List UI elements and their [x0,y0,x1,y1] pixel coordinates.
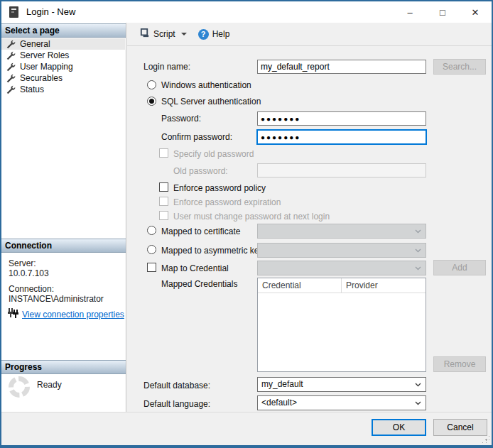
password-label: Password: [161,114,201,124]
script-label: Script [153,29,175,39]
enforce-password-policy-label: Enforce password policy [173,183,266,193]
progress-header: Progress [1,360,126,374]
wrench-icon [6,51,16,60]
sidebar-item-label: General [20,39,50,49]
chevron-down-icon [415,383,421,387]
login-name-input[interactable] [257,60,426,74]
connection-header: Connection [1,239,126,253]
enforce-password-expiration-label: Enforce password expiration [173,197,281,207]
sql-server-authentication-radio[interactable] [147,97,156,106]
search-button[interactable]: Search... [433,59,486,75]
sidebar: Select a page General Server Roles User … [1,23,126,412]
login-dialog-icon [9,6,18,18]
connection-label: Connection: [9,284,54,294]
enforce-password-expiration-checkbox[interactable] [159,197,168,206]
old-password-label: Old password: [173,166,228,176]
wrench-icon [6,62,16,72]
sidebar-item-label: Server Roles [20,50,69,60]
chevron-down-icon [415,266,421,271]
sidebar-item-status[interactable]: Status [1,84,125,95]
old-password-input[interactable] [257,163,426,177]
password-input[interactable] [257,111,426,126]
default-database-label: Default database: [143,381,210,390]
chevron-down-icon [415,248,421,253]
maximize-button[interactable]: □ [426,1,459,23]
confirm-password-label: Confirm password: [161,132,232,142]
ok-button[interactable]: OK [372,419,426,436]
credential-combo[interactable] [257,261,426,275]
wrench-icon [6,40,16,49]
server-label: Server: [9,258,36,268]
default-language-label: Default language: [143,399,210,409]
sidebar-item-label: Status [20,84,44,94]
server-value: 10.0.7.103 [9,268,49,278]
chevron-down-icon [181,33,187,35]
certificate-combo[interactable] [257,224,426,239]
window-title: Login - New [26,1,75,23]
sidebar-item-user-mapping[interactable]: User Mapping [1,61,125,72]
add-button[interactable]: Add [433,260,486,275]
remove-button[interactable]: Remove [433,356,486,372]
table-header-row: Credential Provider [258,278,426,293]
sidebar-item-securables[interactable]: Securables [1,72,125,84]
sidebar-item-label: Securables [20,73,63,83]
minimize-button[interactable]: – [394,1,426,23]
map-to-credential-label: Map to Credential [161,263,229,273]
login-new-dialog: Login - New – □ ✕ Select a page General … [0,0,493,448]
connection-value: INSTANCE\Administrator [9,294,104,304]
wrench-icon [6,85,16,94]
view-connection-properties-link[interactable]: View connection properties [22,310,124,319]
footer: OK Cancel [1,412,492,445]
default-database-combo[interactable]: my_default [257,377,426,392]
main-panel: Script ? Help Login name: Search... Wind… [127,23,492,412]
asymmetric-key-combo[interactable] [257,243,426,258]
windows-authentication-radio[interactable] [147,80,156,89]
mapped-credentials-label: Mapped Credentials [161,279,237,289]
mapped-to-asymmetric-key-radio[interactable] [147,245,156,254]
mapped-to-asymmetric-key-label: Mapped to asymmetric key [161,246,263,256]
script-icon [139,28,150,40]
help-icon: ? [198,29,209,40]
help-button[interactable]: ? Help [195,27,233,42]
default-database-value: my_default [261,379,303,389]
progress-spinner [9,376,30,398]
column-header-provider[interactable]: Provider [342,278,426,293]
default-language-combo[interactable]: <default> [257,395,426,410]
sql-server-authentication-label: SQL Server authentication [161,97,261,106]
progress-status: Ready [37,380,62,390]
page-list: General Server Roles User Mapping Secura… [1,38,125,95]
titlebar: Login - New – □ ✕ [1,1,492,23]
specify-old-password-checkbox[interactable] [159,148,168,158]
confirm-password-input[interactable] [256,129,427,145]
mapped-to-certificate-label: Mapped to certificate [161,226,240,236]
select-a-page-header: Select a page [1,23,126,38]
chevron-down-icon [415,229,421,234]
close-button[interactable]: ✕ [459,1,492,23]
windows-authentication-label: Windows authentication [161,80,251,90]
column-header-credential[interactable]: Credential [258,278,342,293]
connection-plug-icon [7,308,18,320]
wrench-icon [6,74,16,83]
login-name-label: Login name: [143,62,190,72]
map-to-credential-checkbox[interactable] [147,263,156,272]
script-button[interactable]: Script [136,26,190,43]
help-label: Help [212,29,230,39]
cancel-button[interactable]: Cancel [433,419,487,436]
toolbar: Script ? Help [127,23,492,46]
mapped-credentials-table[interactable]: Credential Provider [257,278,426,372]
sidebar-item-label: User Mapping [20,62,73,72]
sidebar-item-general[interactable]: General [1,38,125,50]
enforce-password-policy-checkbox[interactable] [159,182,168,192]
must-change-password-checkbox[interactable] [159,211,168,220]
sidebar-item-server-roles[interactable]: Server Roles [1,50,125,61]
chevron-down-icon [415,401,421,405]
default-language-value: <default> [261,398,297,408]
mapped-to-certificate-radio[interactable] [147,226,156,235]
specify-old-password-label: Specify old password [173,149,254,159]
must-change-password-label: User must change password at next login [173,212,330,222]
